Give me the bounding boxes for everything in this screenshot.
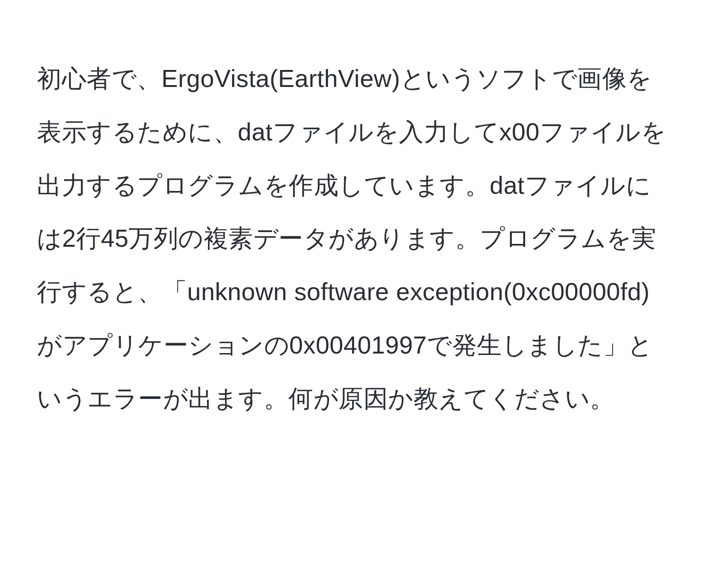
- document-content: 初心者で、ErgoVista(EarthView)というソフトで画像を表示するた…: [0, 0, 709, 425]
- body-paragraph: 初心者で、ErgoVista(EarthView)というソフトで画像を表示するた…: [37, 52, 672, 425]
